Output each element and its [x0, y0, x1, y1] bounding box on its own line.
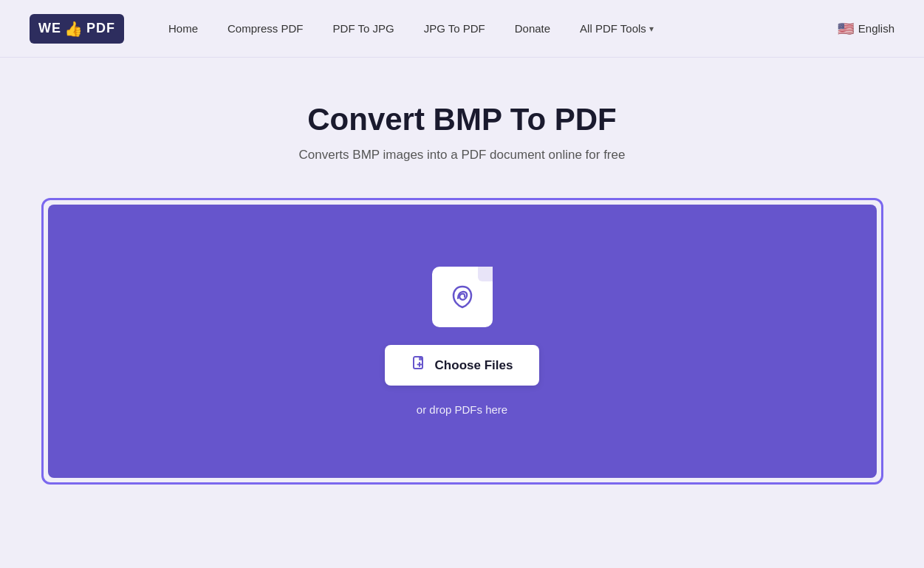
- logo-thumb-icon: 👍: [64, 20, 83, 38]
- page-title: Convert BMP To PDF: [307, 102, 616, 137]
- main-nav: Home Compress PDF PDF To JPG JPG To PDF …: [168, 22, 838, 35]
- choose-files-button[interactable]: Choose Files: [385, 345, 540, 386]
- chevron-down-icon: ▾: [649, 24, 654, 34]
- language-selector[interactable]: 🇺🇸 English: [838, 21, 894, 37]
- logo-we: WE: [38, 21, 61, 36]
- logo[interactable]: WE 👍 PDF: [30, 14, 124, 44]
- file-corner: [478, 267, 493, 281]
- pdf-acrobat-icon: [446, 281, 479, 313]
- nav-compress-pdf[interactable]: Compress PDF: [227, 22, 304, 35]
- drop-hint-text: or drop PDFs here: [417, 403, 507, 416]
- choose-files-label: Choose Files: [435, 358, 513, 373]
- nav-donate[interactable]: Donate: [515, 22, 550, 35]
- pdf-file-icon: [432, 267, 493, 327]
- page-subtitle: Converts BMP images into a PDF document …: [299, 148, 626, 162]
- main-content: Convert BMP To PDF Converts BMP images i…: [0, 58, 924, 514]
- flag-icon: 🇺🇸: [838, 21, 854, 37]
- nav-all-pdf-tools[interactable]: All PDF Tools ▾: [580, 22, 654, 35]
- logo-pdf: PDF: [86, 21, 115, 36]
- file-add-icon: [411, 355, 428, 375]
- drop-zone[interactable]: Choose Files or drop PDFs here: [48, 205, 877, 478]
- nav-jpg-to-pdf[interactable]: JPG To PDF: [424, 22, 485, 35]
- language-label: English: [858, 22, 894, 35]
- nav-home[interactable]: Home: [168, 22, 198, 35]
- site-header: WE 👍 PDF Home Compress PDF PDF To JPG JP…: [0, 0, 924, 58]
- dropzone-wrapper: Choose Files or drop PDFs here: [41, 198, 883, 485]
- nav-pdf-to-jpg[interactable]: PDF To JPG: [333, 22, 394, 35]
